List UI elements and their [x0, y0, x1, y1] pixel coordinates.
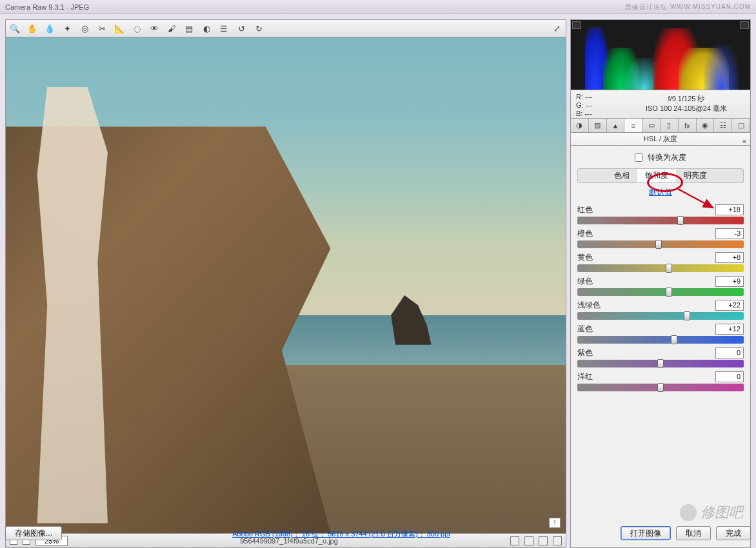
readout-g: G: --- — [576, 101, 617, 110]
prefs-icon[interactable]: ☰ — [219, 23, 229, 34]
slider-thumb[interactable] — [655, 240, 662, 249]
hsl-subtabs: 色相 饱和度 明亮度 — [577, 168, 744, 183]
slider-track[interactable] — [577, 312, 744, 320]
color-sampler-icon[interactable]: ✦ — [62, 23, 72, 34]
hsl-panel: 转换为灰度 色相 饱和度 明亮度 默认值 红色+18橙色-3黄色+8绿色+9浅绿… — [570, 146, 751, 548]
slider-label: 绿色 — [577, 276, 715, 287]
window-title: Camera Raw 9.3.1 - JPEG — [5, 3, 89, 11]
slider-row: 绿色+9 — [577, 276, 744, 296]
brush-icon[interactable]: 🖌 — [166, 23, 177, 34]
workflow-link[interactable]: Adobe RGB (1998)； 16 位； 5616 x 3744 (21.… — [232, 530, 450, 538]
overlay-watermark: 修图吧 — [680, 503, 743, 522]
slider-label: 紫色 — [577, 347, 715, 358]
slider-thumb[interactable] — [666, 288, 672, 297]
hand-tool-icon[interactable]: ✋ — [27, 23, 37, 34]
cancel-button[interactable]: 取消 — [676, 526, 711, 540]
open-image-button[interactable]: 打开图像 — [621, 526, 671, 540]
gradient-icon[interactable]: ▤ — [184, 23, 194, 34]
tab-camera-icon[interactable]: ◉ — [697, 119, 715, 132]
readout-b: B: --- — [576, 110, 617, 118]
subtab-saturation[interactable]: 饱和度 — [637, 169, 676, 182]
grayscale-label: 转换为灰度 — [648, 153, 686, 162]
slider-track[interactable] — [577, 264, 744, 272]
target-adjust-icon[interactable]: ◎ — [79, 23, 90, 34]
slider-value-input[interactable]: +22 — [715, 300, 744, 311]
crop-tool-icon[interactable]: ✂ — [97, 23, 107, 34]
zoom-tool-icon[interactable]: 🔍 — [10, 23, 20, 34]
tab-detail-icon[interactable]: ▲ — [607, 119, 625, 132]
slider-thumb[interactable] — [657, 359, 664, 368]
slider-row: 洋红0 — [577, 371, 744, 391]
white-balance-icon[interactable]: 💧 — [45, 23, 55, 34]
tab-snapshots-icon[interactable]: ▢ — [732, 119, 750, 132]
highlight-clip-icon[interactable] — [740, 21, 749, 29]
slider-value-input[interactable]: -3 — [715, 228, 744, 239]
slider-label: 橙色 — [577, 228, 715, 239]
slider-row: 红色+18 — [577, 204, 744, 224]
histogram[interactable] — [570, 19, 751, 90]
slider-track[interactable] — [577, 288, 744, 296]
slider-row: 浅绿色+22 — [577, 300, 744, 320]
slider-thumb[interactable] — [666, 264, 672, 273]
subtab-luminance[interactable]: 明亮度 — [676, 169, 715, 182]
slider-label: 黄色 — [577, 252, 715, 263]
slider-value-input[interactable]: 0 — [715, 371, 744, 382]
image-preview[interactable]: ! — [5, 37, 566, 534]
tab-presets-icon[interactable]: ☷ — [714, 119, 732, 132]
slider-thumb[interactable] — [671, 335, 677, 344]
slider-row: 橙色-3 — [577, 228, 744, 248]
tab-split-icon[interactable]: ▭ — [642, 119, 661, 132]
slider-thumb[interactable] — [684, 311, 690, 320]
done-button[interactable]: 完成 — [716, 526, 751, 540]
default-link[interactable]: 默认值 — [577, 187, 744, 198]
slider-label: 洋红 — [577, 371, 715, 382]
slider-label: 蓝色 — [577, 324, 715, 335]
slider-track[interactable] — [577, 360, 744, 367]
tab-hsl-icon[interactable]: ≡ — [624, 119, 642, 132]
readout-r: R: --- — [576, 93, 617, 101]
tab-curve-icon[interactable]: ▨ — [589, 119, 607, 132]
metadata-readout: R: --- G: --- B: --- f/9 1/125 秒 ISO 100… — [570, 90, 751, 119]
slider-value-input[interactable]: +8 — [715, 252, 744, 263]
panel-tabstrip: ◑ ▨ ▲ ≡ ▭ ▯ fx ◉ ☷ ▢ — [570, 119, 751, 133]
save-image-button[interactable]: 存储图像... — [5, 526, 62, 540]
fullscreen-icon[interactable]: ⤢ — [552, 23, 562, 34]
slider-value-input[interactable]: 0 — [715, 347, 744, 358]
shadow-clip-icon[interactable] — [572, 21, 581, 29]
slider-row: 黄色+8 — [577, 252, 744, 272]
slider-track[interactable] — [577, 240, 744, 248]
bottom-bar: 存储图像... Adobe RGB (1998)； 16 位； 5616 x 3… — [5, 524, 751, 543]
slider-value-input[interactable]: +12 — [715, 324, 744, 335]
slider-row: 紫色0 — [577, 347, 744, 367]
redeye-icon[interactable]: 👁 — [149, 23, 159, 34]
slider-track[interactable] — [577, 384, 744, 391]
panel-title: HSL / 灰度 ≡ — [570, 133, 751, 146]
rotate-ccw-icon[interactable]: ↺ — [236, 23, 246, 34]
subtab-hue[interactable]: 色相 — [606, 169, 637, 182]
slider-label: 红色 — [577, 204, 715, 215]
rotate-cw-icon[interactable]: ↻ — [254, 23, 264, 34]
preview-toolbar: 🔍 ✋ 💧 ✦ ◎ ✂ 📐 ◌ 👁 🖌 ▤ ◐ ☰ ↺ ↻ ⤢ — [5, 19, 566, 37]
grayscale-checkbox[interactable] — [635, 153, 643, 162]
slider-value-input[interactable]: +9 — [715, 276, 744, 287]
slider-thumb[interactable] — [657, 383, 664, 392]
tab-fx-icon[interactable]: fx — [679, 119, 697, 132]
preview-image — [6, 37, 566, 533]
slider-label: 浅绿色 — [577, 300, 715, 311]
tab-lens-icon[interactable]: ▯ — [661, 119, 679, 132]
exif-line1: f/9 1/125 秒 — [625, 94, 748, 104]
slider-row: 蓝色+12 — [577, 324, 744, 344]
exif-line2: ISO 100 24-105@24 毫米 — [625, 104, 748, 113]
slider-track[interactable] — [577, 217, 744, 224]
tab-basic-icon[interactable]: ◑ — [571, 119, 589, 132]
slider-track[interactable] — [577, 336, 744, 344]
slider-thumb[interactable] — [677, 216, 684, 225]
radial-icon[interactable]: ◐ — [201, 23, 212, 34]
window-titlebar: Camera Raw 9.3.1 - JPEG 思缘设计论坛 WWW.MISSY… — [0, 0, 756, 14]
site-watermark: 思缘设计论坛 WWW.MISSYUAN.COM — [625, 3, 751, 12]
wechat-icon — [680, 504, 697, 521]
slider-value-input[interactable]: +18 — [715, 204, 744, 215]
straighten-icon[interactable]: 📐 — [114, 23, 124, 34]
spot-removal-icon[interactable]: ◌ — [132, 23, 142, 34]
